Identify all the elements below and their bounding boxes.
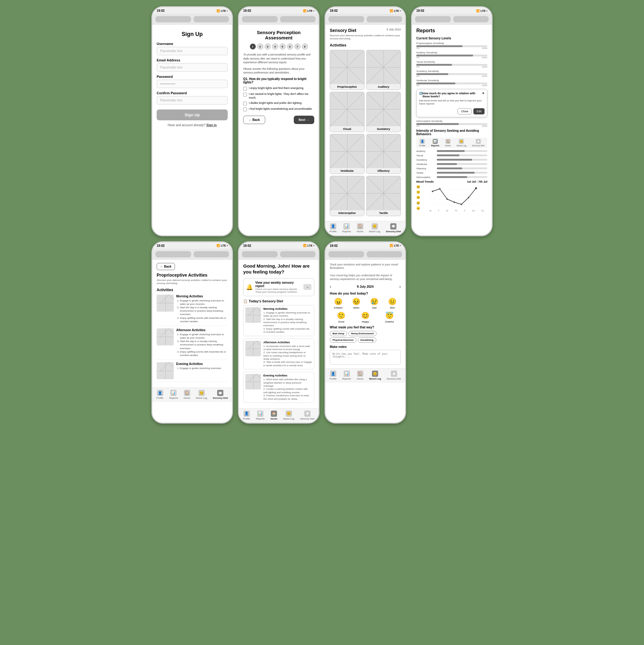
mood-good[interactable]: 🙂 Good [330,311,353,323]
nav-sensorydiet-prop[interactable]: 🍽️ Sensory Diet [213,390,228,399]
svg-point-5 [439,188,441,190]
mood-awful[interactable]: 😣 Awful [348,298,364,309]
back-button-prop[interactable]: ← Back [157,263,175,270]
mood-grateful[interactable]: 😇 Grateful [378,311,401,323]
nav-reports-rep[interactable]: 📊 Reports [431,139,439,147]
nav-home-home[interactable]: 🏠 Home [271,411,277,420]
next-date-arrow[interactable]: › [399,284,401,289]
checkbox-2[interactable] [243,93,247,96]
nav-moodlog-rep[interactable]: 😊 Mood Log [457,139,466,147]
step-7[interactable]: 7 [294,43,301,50]
nav-sensorydiet-rep[interactable]: 🍽️ Sensory Diet [472,139,485,147]
nav-label-profile-prop: Profile [156,397,163,399]
reports-bottom-nav-top: 👤 Profile 📊 Reports 🏠 Home 😊 Mood Log 🍽️ [416,138,487,148]
label-happy: Happy [354,320,377,323]
popup-edit-button[interactable]: Edit [473,108,485,115]
activity-vestibular[interactable]: Vestibular [330,134,364,174]
proprioceptive-bar-labels: 0%100% [416,47,487,49]
nav-profile-home[interactable]: 👤 Profile [243,411,250,420]
nav-sensorydiet-sd[interactable]: 🍽️ Sensory Diet [386,223,401,233]
notes-input[interactable] [330,350,401,365]
activity-olfactory[interactable]: Olfactory [366,134,401,174]
nav-home-rep[interactable]: 🏠 Home [445,139,451,147]
nav-moodlog-prop[interactable]: 😊 Mood Log [196,390,207,399]
confirm-input[interactable]: Placeholder text [157,96,228,104]
nav-profile-ml[interactable]: 👤 Profile [329,371,337,380]
nav-reports-prop[interactable]: 📊 Reports [169,390,178,399]
nav-moodlog-sd[interactable]: 😊 Mood Log [369,223,380,233]
signup-button[interactable]: Sign Up [157,110,228,120]
back-button-assess[interactable]: ← Back [243,116,265,124]
password-input[interactable]: •••••••••••••• [157,80,228,88]
popup-close-button[interactable]: Close [458,108,472,115]
report-arrow-button[interactable]: → [303,284,311,290]
activity-interoceptive[interactable]: Interoceptive [330,176,364,216]
mood-happy[interactable]: 😊 Happy [354,311,377,323]
nav-reports-ml[interactable]: 📊 Reports [342,371,351,380]
confirm-password-field: Confirm Password Placeholder text [157,91,228,104]
activity-proprioceptive[interactable]: Proprioceptive [330,50,364,90]
mood-sad[interactable]: 😢 Sad [366,298,383,309]
activity-gustatory[interactable]: Gustatory [366,92,401,132]
activity-tactile[interactable]: Tactile [366,176,401,216]
activity-auditory[interactable]: Auditory [366,50,401,90]
time-prop: 19:02 [157,244,165,247]
next-button-assess[interactable]: Next → [294,116,314,124]
tag-physical-exercise[interactable]: Physical Exercise [330,338,356,343]
make-notes-label: Make notes [330,345,401,349]
nav-moodlog-ml[interactable]: 😊 Mood Log [369,371,381,380]
nav-pill-2 [194,16,229,22]
activity-visual[interactable]: Visual [330,92,364,132]
checkbox-4[interactable] [243,108,247,111]
step-1[interactable]: 1 [250,43,256,50]
nav-home-prop[interactable]: 🏠 Home [184,390,190,399]
email-input[interactable]: Placeholder text [157,63,228,72]
username-input[interactable]: Placeholder text [157,47,228,55]
status-bar-rep: 19:02 📶 LTE ▪️ [412,7,492,14]
tag-socialising[interactable]: Socialising [358,338,376,343]
emoji-meh: 😐 [416,196,420,199]
tag-noisy-environment[interactable]: Noisy Environment [348,331,376,336]
popup-body: Edit these levels and tell us how you fe… [419,99,485,106]
proprioceptive-screen: 19:02 📶 LTE ▪️ ← Back Proprioceptive Act… [151,241,233,424]
step-6[interactable]: 6 [287,43,293,50]
step-3[interactable]: 3 [265,43,271,50]
weekly-report-card[interactable]: 🔔 View your weekly sensory report Check … [243,278,314,296]
mood-log-screen: 19:02 📶 LTE ▪️ Track your emotions and e… [324,241,406,424]
bottom-nav-ml: 👤 Profile 📊 Reports 🏠 Home 😊 Mood Log 🍽️… [325,368,405,383]
step-8[interactable]: 8 [302,43,308,50]
diet-icon: 📋 [243,299,248,303]
signin-link[interactable]: Sign in [206,124,216,127]
nav-sensorydiet-home[interactable]: 🍽️ Sensory Diet [300,411,315,420]
option-4[interactable]: I find bright lights overwhelming and un… [243,107,314,111]
nav-profile-prop[interactable]: 👤 Profile [156,390,163,399]
mood-meh[interactable]: 😐 Meh [384,298,401,309]
step-2[interactable]: 2 [257,43,263,50]
option-2[interactable]: I am neutral to bright lights. They don'… [243,92,314,99]
time-signup: 19:02 [157,9,165,12]
nav-reports-home[interactable]: 📊 Reports [256,411,265,420]
option-1[interactable]: I enjoy bright lights and find them ener… [243,86,314,90]
day-labels: M T W Th F Sa Su [421,210,487,212]
checkbox-3[interactable] [243,102,247,105]
behavior-label-interoceptive: Interoceptive [416,176,435,179]
nav-home-sd[interactable]: 🏠 Home [357,223,363,233]
mood-irritated[interactable]: 😠 Irritated [330,298,346,309]
step-5[interactable]: 5 [280,43,286,50]
prev-date-arrow[interactable]: ‹ [330,284,331,289]
close-x-icon[interactable]: ✕ [482,92,485,98]
nav-reports-sd[interactable]: 📊 Reports [342,223,351,233]
step-4[interactable]: 4 [272,43,278,50]
nav-profile-rep[interactable]: 👤 Profile [419,139,425,147]
moodlog-icon-sd: 😊 [372,223,378,229]
option-3[interactable]: I dislike bright lights and prefer dim l… [243,101,314,105]
behavior-bar-visual [437,155,487,156]
checkbox-1[interactable] [243,87,247,90]
activity-label-interoceptive: Interoceptive [330,210,364,216]
nav-home-ml[interactable]: 🏠 Home [357,371,363,380]
trends-title: Mood Trends [416,180,434,183]
nav-sensorydiet-ml[interactable]: 🍽️ Sensory Diet [387,371,401,380]
tag-bad-sleep[interactable]: Bad sleep [330,331,347,336]
nav-moodlog-home[interactable]: 😊 Mood Log [283,411,294,420]
nav-profile-sd[interactable]: 👤 Profile [329,223,337,233]
